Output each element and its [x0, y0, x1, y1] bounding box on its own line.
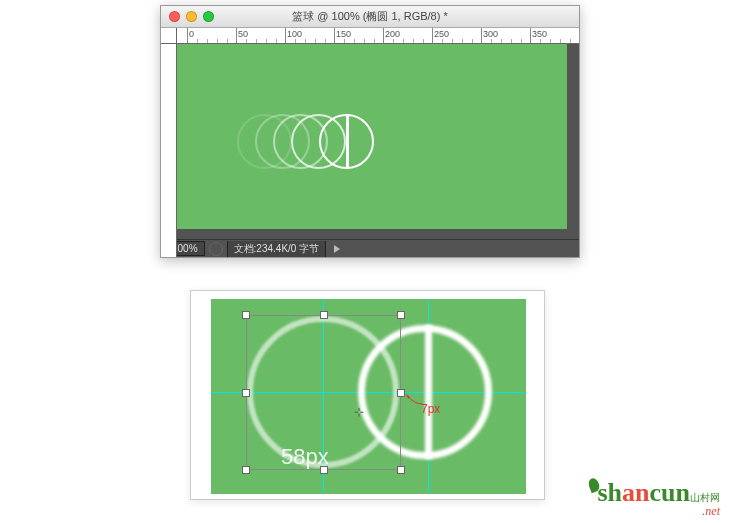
zoom-canvas: ⊹ 7px 58px — [211, 299, 526, 494]
ruler-label: 50 — [238, 29, 248, 39]
ruler-label: 100 — [287, 29, 302, 39]
ruler-label: 350 — [532, 29, 547, 39]
logo-text: cun — [650, 478, 690, 507]
ruler-tick — [481, 28, 482, 44]
half-line — [346, 114, 349, 169]
ruler-tick — [432, 28, 433, 44]
canvas-viewport — [177, 44, 579, 239]
ruler-tick — [334, 28, 335, 44]
traffic-lights — [169, 11, 214, 22]
close-icon[interactable] — [169, 11, 180, 22]
ruler-label: 200 — [385, 29, 400, 39]
maximize-icon[interactable] — [203, 11, 214, 22]
ruler-label: 0 — [189, 29, 194, 39]
ruler-horizontal[interactable]: 050100150200250300350 — [177, 28, 579, 44]
ruler-tick — [530, 28, 531, 44]
transform-handle[interactable] — [397, 389, 405, 397]
titlebar[interactable]: 篮球 @ 100% (椭圆 1, RGB/8) * — [161, 6, 579, 28]
ruler-corner — [161, 28, 177, 44]
statusbar: 100% 文档:234.4K/0 字节 — [161, 239, 579, 257]
window-title: 篮球 @ 100% (椭圆 1, RGB/8) * — [161, 9, 579, 24]
ruler-vertical[interactable] — [161, 44, 177, 257]
logo-cn: 山村网 — [690, 492, 720, 503]
ruler-label: 300 — [483, 29, 498, 39]
ruler-tick — [383, 28, 384, 44]
logo-text: sh — [597, 478, 622, 507]
transform-handle[interactable] — [242, 466, 250, 474]
transform-handle[interactable] — [320, 311, 328, 319]
ruler-tick — [236, 28, 237, 44]
center-reference-icon: ⊹ — [354, 405, 364, 419]
zoom-detail-panel: ⊹ 7px 58px — [190, 290, 545, 500]
ruler-tick — [187, 28, 188, 44]
logo-text: an — [622, 478, 649, 507]
minimize-icon[interactable] — [186, 11, 197, 22]
transform-handle[interactable] — [397, 311, 405, 319]
photoshop-window: 篮球 @ 100% (椭圆 1, RGB/8) * 05010015020025… — [160, 5, 580, 258]
dimension-large: 58px — [281, 444, 329, 470]
ruler-label: 150 — [336, 29, 351, 39]
canvas[interactable] — [177, 44, 567, 229]
transform-handle[interactable] — [397, 466, 405, 474]
status-icon[interactable] — [209, 242, 223, 256]
ruler-label: 250 — [434, 29, 449, 39]
ruler-tick — [285, 28, 286, 44]
flyout-arrow-icon[interactable] — [334, 245, 340, 253]
transform-handle[interactable] — [242, 389, 250, 397]
dimension-small: 7px — [421, 402, 440, 416]
watermark-logo: shancun山村网 .net — [589, 478, 720, 519]
document-info[interactable]: 文档:234.4K/0 字节 — [227, 241, 327, 257]
work-area: 050100150200250300350 100% 文档:234.4K/0 字… — [161, 28, 579, 257]
transform-handle[interactable] — [242, 311, 250, 319]
large-half-line — [425, 325, 432, 459]
